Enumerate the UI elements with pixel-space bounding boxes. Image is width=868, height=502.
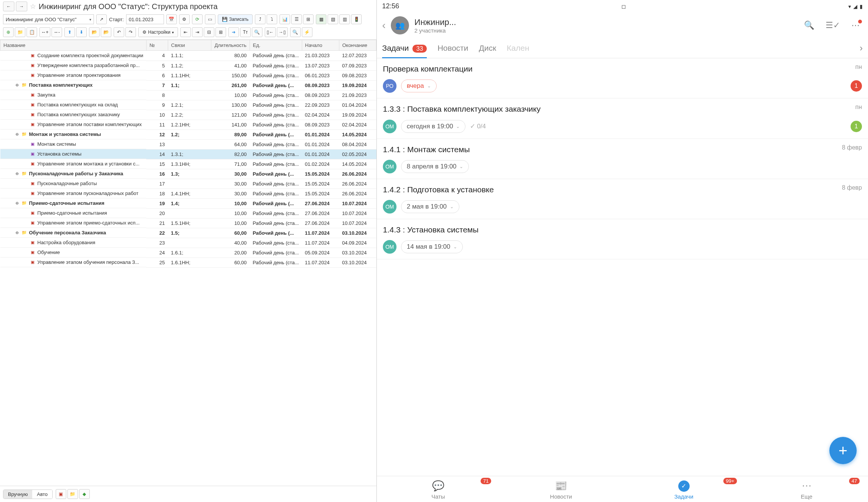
export-button[interactable]: ⤴ — [255, 14, 265, 24]
add-folder-button[interactable]: 📁 — [15, 27, 25, 37]
tree-toggle[interactable]: ⊖ — [15, 171, 19, 176]
col-links[interactable]: Связи — [168, 40, 211, 51]
collapse-button[interactable]: ⊟ — [204, 27, 214, 37]
assignee-avatar[interactable]: ОМ — [383, 240, 397, 254]
nav-forward-button[interactable]: → — [16, 2, 27, 11]
tab-disk[interactable]: Диск — [479, 38, 496, 58]
list-item[interactable]: 1.3.3 : Поставка комплектующих заказчику… — [377, 98, 868, 139]
filter-icon[interactable]: ☰✓ — [823, 20, 843, 30]
goto-button[interactable]: ➜ — [228, 27, 239, 37]
tree-toggle[interactable]: ⊖ — [15, 132, 19, 136]
tree-button[interactable]: ⊞ — [303, 14, 314, 24]
share-button[interactable]: ⚙ — [179, 14, 190, 24]
due-chip[interactable]: 2 мая в 19:00 ⌄ — [401, 200, 459, 213]
table-row[interactable]: ⊖ 📁 Поставка комплектующих 7 1.1; 261,00… — [0, 80, 376, 90]
table-row[interactable]: ▣ Обучение 24 1.6.1; 20,00 Рабочий день … — [0, 248, 376, 257]
tabs-overflow-icon[interactable]: › — [860, 43, 863, 53]
zoom-button[interactable]: 🔍 — [252, 27, 262, 37]
calendar-button[interactable]: 📅 — [166, 14, 177, 24]
tab-tasks[interactable]: Задачи 33 — [382, 38, 427, 58]
gantt-left-button[interactable]: ▯← — [265, 27, 276, 37]
col-duration[interactable]: Длительность — [211, 40, 250, 51]
traffic-light-button[interactable]: 🚦 — [351, 14, 362, 24]
table-row[interactable]: ▣ Управление этапом обучения персонала З… — [0, 257, 376, 267]
move-down-button[interactable]: ⬇ — [76, 27, 87, 37]
tree-toggle[interactable]: ⊖ — [15, 231, 19, 235]
table-row[interactable]: ▣ Управление этапом монтажа и установки … — [0, 159, 376, 169]
favorite-star-icon[interactable]: ☆ — [29, 2, 37, 11]
list-item[interactable]: Проверка комплектации пн РО вчера ⌄1 — [377, 58, 868, 98]
due-chip[interactable]: сегодня в 19:00 ⌄ — [401, 120, 465, 133]
nav-more[interactable]: 47 ⋯ Еще — [745, 476, 868, 502]
link-remove-button[interactable]: ↔- — [52, 27, 62, 37]
table-row[interactable]: ▣ Установка системы 14 1.3.1; 82,00 Рабо… — [0, 149, 376, 159]
table-row[interactable]: ▣ Управление этапом поставки комплектующ… — [0, 120, 376, 129]
table-row[interactable]: ▣ Создание комплекта проектной документа… — [0, 51, 376, 61]
link-add-button[interactable]: ↔+ — [39, 27, 50, 37]
tab-calendar[interactable]: Кален — [507, 38, 529, 58]
assignee-avatar[interactable]: ОМ — [383, 120, 397, 133]
assignee-avatar[interactable]: РО — [383, 79, 397, 93]
text-button[interactable]: Тт — [240, 27, 251, 37]
view1-button[interactable]: ▦ — [316, 14, 326, 24]
move-up-button[interactable]: ⬆ — [64, 27, 75, 37]
assignee-avatar[interactable]: ОМ — [383, 160, 397, 173]
search-icon[interactable]: 🔍 — [801, 20, 817, 30]
back-button[interactable]: ‹ — [382, 19, 386, 31]
filter-button[interactable]: ⚡ — [302, 27, 312, 37]
assignee-avatar[interactable]: ОМ — [383, 200, 397, 214]
auto-mode-button[interactable]: Авто — [32, 490, 52, 499]
due-chip[interactable]: 8 апреля в 19:00 ⌄ — [401, 160, 469, 173]
table-row[interactable]: ▣ Пусконаладочные работы 17 30,00 Рабочи… — [0, 179, 376, 189]
copy-button[interactable]: 📋 — [27, 27, 37, 37]
schedule-mode-toggle[interactable]: Вручную Авто — [3, 490, 53, 499]
undo-button[interactable]: ↶ — [114, 27, 124, 37]
nav-news[interactable]: 📰 Новости — [500, 476, 622, 502]
open-button[interactable]: ↗ — [96, 14, 107, 24]
indent-left-button[interactable]: ⇤ — [180, 27, 191, 37]
table-row[interactable]: ▣ Поставка комплектующих заказчику 10 1.… — [0, 110, 376, 120]
folder-down-button[interactable]: 📂 — [101, 27, 111, 37]
table-row[interactable]: ▣ Приемо-сдаточные испытания 20 10,00 Ра… — [0, 208, 376, 218]
table-row[interactable]: ⊖ 📁 Пусконаладочные работы у Заказчика 1… — [0, 169, 376, 179]
card-button[interactable]: ▭ — [205, 14, 215, 24]
list-item[interactable]: 1.4.1 : Монтаж системы 8 февр ОМ 8 апрел… — [377, 139, 868, 179]
tree-toggle[interactable]: ⊖ — [15, 201, 19, 205]
indent-right-button[interactable]: ⇥ — [192, 27, 203, 37]
project-avatar[interactable]: 👥 — [391, 16, 409, 34]
col-unit[interactable]: Ед. — [250, 40, 302, 51]
redo-button[interactable]: ↷ — [125, 27, 136, 37]
more-icon[interactable]: ⋯ — [848, 20, 863, 30]
table-row[interactable]: ▣ Монтаж системы 13 64,00 Рабочий день (… — [0, 139, 376, 149]
list-item[interactable]: 1.4.2 : Подготовка к установке 8 февр ОМ… — [377, 179, 868, 219]
footer-milestone-button[interactable]: ◆ — [79, 489, 90, 499]
import-button[interactable]: ⤵ — [267, 14, 277, 24]
due-chip[interactable]: вчера ⌄ — [401, 80, 437, 92]
view3-button[interactable]: ▥ — [339, 14, 350, 24]
table-row[interactable]: ▣ Закупка 8 10,00 Рабочий день (ста... 0… — [0, 90, 376, 100]
save-button[interactable]: 💾 Записать — [218, 14, 253, 24]
start-date-field[interactable]: 01.01.2023 — [126, 14, 164, 24]
gantt-right-button[interactable]: →▯ — [277, 27, 288, 37]
expand-button[interactable]: ⊞ — [215, 27, 226, 37]
list-item[interactable]: 1.4.3 : Установка системы ОМ 14 мая в 19… — [377, 219, 868, 259]
footer-task-button[interactable]: ▣ — [56, 489, 66, 499]
table-row[interactable]: ⊖ 📁 Обучение персонала Заказчика 22 1.5;… — [0, 228, 376, 238]
nav-back-button[interactable]: ← — [3, 2, 14, 11]
footer-folder-button[interactable]: 📁 — [67, 489, 78, 499]
tab-news[interactable]: Новости — [437, 38, 468, 58]
folder-up-button[interactable]: 📂 — [89, 27, 100, 37]
nav-tasks[interactable]: 99+ ✓ Задачи — [623, 476, 745, 502]
table-row[interactable]: ▣ Настройка оборудования 23 40,00 Рабочи… — [0, 238, 376, 248]
col-start[interactable]: Начало — [302, 40, 339, 51]
col-num[interactable]: № — [146, 40, 168, 51]
search-button[interactable]: 🔍 — [290, 27, 301, 37]
table-row[interactable]: ▣ Управление этапом проектирования 6 1.1… — [0, 70, 376, 80]
col-end[interactable]: Окончание — [339, 40, 376, 51]
table-row[interactable]: ▣ Поставка комплектующих на склад 9 1.2.… — [0, 100, 376, 110]
table-row[interactable]: ▣ Утверждение комплекта разработанной пр… — [0, 61, 376, 70]
settings-button[interactable]: ⚙ Настройки ▾ — [138, 27, 178, 37]
project-select[interactable]: Инжиниринг для ООО "Статус" — [3, 14, 94, 24]
table-row[interactable]: ⊖ 📁 Приемо-сдаточные испытания 19 1.4; 1… — [0, 198, 376, 208]
table-row[interactable]: ⊖ 📁 Монтаж и установка системы 12 1.2; 8… — [0, 129, 376, 139]
